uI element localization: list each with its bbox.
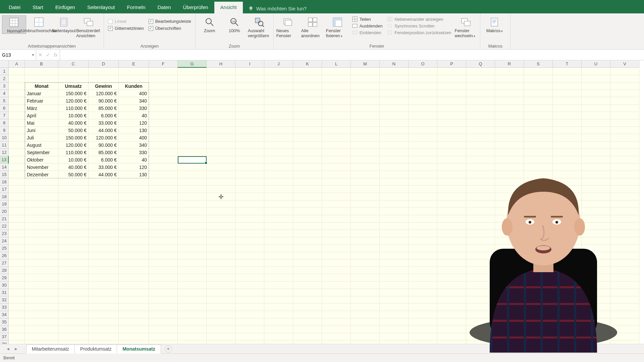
cell[interactable] bbox=[380, 274, 409, 282]
cell[interactable] bbox=[264, 149, 293, 156]
cell[interactable] bbox=[149, 119, 178, 127]
cell[interactable] bbox=[409, 245, 437, 252]
menu-tab-seitenlayout[interactable]: Seitenlayout bbox=[81, 2, 121, 13]
cell[interactable] bbox=[264, 341, 293, 344]
cell[interactable] bbox=[293, 164, 322, 171]
cell[interactable] bbox=[322, 90, 351, 97]
cell[interactable] bbox=[293, 274, 322, 282]
cell[interactable] bbox=[149, 149, 178, 156]
cell[interactable] bbox=[58, 259, 89, 267]
cell[interactable] bbox=[380, 105, 409, 112]
cell[interactable] bbox=[322, 171, 351, 178]
cell[interactable] bbox=[178, 134, 207, 141]
name-box[interactable]: G13 ▼ bbox=[0, 50, 36, 60]
cell[interactable] bbox=[58, 311, 89, 318]
cell[interactable]: 40.000 € bbox=[58, 119, 89, 127]
cell[interactable] bbox=[9, 326, 25, 333]
cell[interactable]: Januar bbox=[25, 90, 58, 97]
cell[interactable]: November bbox=[25, 164, 58, 171]
cell[interactable] bbox=[178, 237, 207, 245]
cell[interactable] bbox=[9, 75, 25, 82]
cell[interactable] bbox=[264, 119, 293, 127]
cell[interactable] bbox=[235, 105, 264, 112]
cell[interactable] bbox=[437, 127, 466, 134]
cell[interactable] bbox=[495, 68, 524, 75]
cell[interactable] bbox=[293, 90, 322, 97]
cell[interactable] bbox=[495, 75, 524, 82]
cell[interactable] bbox=[149, 259, 178, 267]
cell[interactable] bbox=[89, 245, 119, 252]
cell[interactable] bbox=[553, 105, 582, 112]
cell[interactable] bbox=[9, 215, 25, 223]
cell[interactable] bbox=[178, 296, 207, 304]
cell[interactable] bbox=[119, 267, 149, 274]
cell[interactable] bbox=[437, 112, 466, 119]
cell[interactable]: 40 bbox=[119, 112, 149, 119]
column-header[interactable]: B bbox=[25, 60, 58, 68]
cell[interactable] bbox=[178, 259, 207, 267]
cell[interactable] bbox=[264, 127, 293, 134]
cell[interactable] bbox=[437, 105, 466, 112]
cell[interactable] bbox=[149, 171, 178, 178]
row-header[interactable]: 21 bbox=[0, 215, 9, 223]
cell[interactable] bbox=[351, 68, 380, 75]
cell[interactable] bbox=[235, 75, 264, 82]
cell[interactable] bbox=[293, 112, 322, 119]
cell[interactable] bbox=[235, 164, 264, 171]
cell[interactable] bbox=[58, 304, 89, 311]
view-pagebreak-button[interactable]: Umbruchvorschau bbox=[27, 15, 51, 33]
cell[interactable] bbox=[119, 304, 149, 311]
hide-button[interactable]: Ausblenden bbox=[350, 23, 385, 29]
cell[interactable] bbox=[322, 282, 351, 289]
cell[interactable] bbox=[322, 75, 351, 82]
column-header[interactable]: N bbox=[380, 60, 409, 68]
cell[interactable] bbox=[207, 252, 235, 259]
cell[interactable] bbox=[409, 105, 437, 112]
cell[interactable] bbox=[380, 75, 409, 82]
cell[interactable] bbox=[582, 127, 610, 134]
column-header[interactable]: C bbox=[58, 60, 89, 68]
cell[interactable] bbox=[264, 90, 293, 97]
cell[interactable] bbox=[380, 193, 409, 200]
cell[interactable] bbox=[89, 326, 119, 333]
cell[interactable] bbox=[322, 223, 351, 230]
cell[interactable] bbox=[322, 127, 351, 134]
cell[interactable] bbox=[409, 223, 437, 230]
cell[interactable] bbox=[380, 223, 409, 230]
cell[interactable] bbox=[322, 259, 351, 267]
cell[interactable] bbox=[25, 311, 58, 318]
row-header[interactable]: 6 bbox=[0, 105, 9, 112]
cell[interactable]: 150.000 € bbox=[58, 90, 89, 97]
cell[interactable] bbox=[149, 75, 178, 82]
cell[interactable] bbox=[178, 223, 207, 230]
row-header[interactable]: 26 bbox=[0, 252, 9, 259]
cell[interactable] bbox=[380, 326, 409, 333]
cell[interactable] bbox=[25, 186, 58, 193]
cell[interactable] bbox=[207, 112, 235, 119]
menu-tab-einfügen[interactable]: Einfügen bbox=[49, 2, 81, 13]
cell[interactable] bbox=[178, 141, 207, 149]
cell[interactable] bbox=[322, 304, 351, 311]
cell[interactable] bbox=[178, 149, 207, 156]
cell[interactable] bbox=[25, 296, 58, 304]
cell[interactable] bbox=[293, 105, 322, 112]
cell[interactable] bbox=[9, 289, 25, 296]
cell[interactable] bbox=[409, 90, 437, 97]
cell[interactable] bbox=[409, 311, 437, 318]
cell[interactable] bbox=[322, 245, 351, 252]
sheet-nav-next[interactable]: ► bbox=[12, 347, 20, 351]
cell[interactable] bbox=[322, 267, 351, 274]
cell[interactable] bbox=[351, 237, 380, 245]
cell[interactable] bbox=[9, 171, 25, 178]
cell[interactable] bbox=[235, 341, 264, 344]
cell[interactable] bbox=[178, 230, 207, 237]
cell[interactable] bbox=[351, 333, 380, 341]
cell[interactable] bbox=[380, 178, 409, 186]
cell[interactable] bbox=[293, 134, 322, 141]
cell[interactable] bbox=[25, 245, 58, 252]
cell[interactable] bbox=[351, 274, 380, 282]
cell[interactable] bbox=[553, 134, 582, 141]
cell[interactable] bbox=[207, 289, 235, 296]
cell[interactable] bbox=[264, 200, 293, 208]
menu-tab-start[interactable]: Start bbox=[26, 2, 49, 13]
